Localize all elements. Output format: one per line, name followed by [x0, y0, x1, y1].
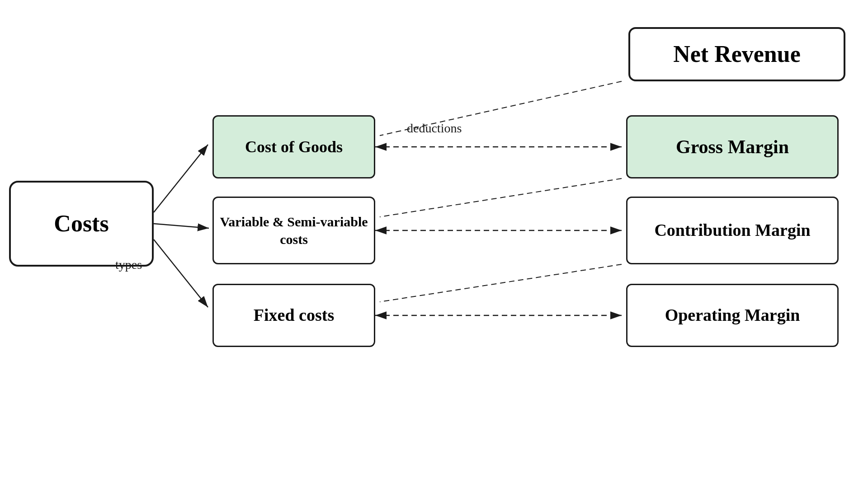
- svg-line-4: [154, 239, 208, 307]
- cost-of-goods-label: Cost of Goods: [245, 136, 343, 158]
- svg-line-2: [154, 145, 208, 212]
- fixed-costs-label: Fixed costs: [254, 304, 334, 326]
- operating-margin-label: Operating Margin: [665, 304, 800, 326]
- svg-line-7: [380, 178, 622, 217]
- svg-line-3: [154, 224, 209, 228]
- variable-costs-node: Variable & Semi-variable costs: [212, 197, 375, 264]
- fixed-costs-node: Fixed costs: [212, 284, 375, 347]
- costs-label: Costs: [54, 208, 108, 239]
- svg-line-9: [380, 264, 622, 302]
- contribution-margin-node: Contribution Margin: [626, 197, 839, 264]
- gross-margin-label: Gross Margin: [676, 135, 789, 160]
- net-revenue-label: Net Revenue: [673, 39, 801, 70]
- cost-of-goods-node: Cost of Goods: [212, 115, 375, 178]
- variable-costs-label: Variable & Semi-variable costs: [214, 213, 374, 248]
- costs-node: Costs: [9, 181, 154, 267]
- gross-margin-node: Gross Margin: [626, 115, 839, 178]
- contribution-margin-label: Contribution Margin: [654, 219, 810, 241]
- diagram: Costs Net Revenue Cost of Goods Variable…: [0, 0, 868, 488]
- types-label: types: [115, 258, 142, 272]
- operating-margin-node: Operating Margin: [626, 284, 839, 347]
- net-revenue-node: Net Revenue: [628, 27, 845, 81]
- deductions-label: deductions: [407, 121, 462, 136]
